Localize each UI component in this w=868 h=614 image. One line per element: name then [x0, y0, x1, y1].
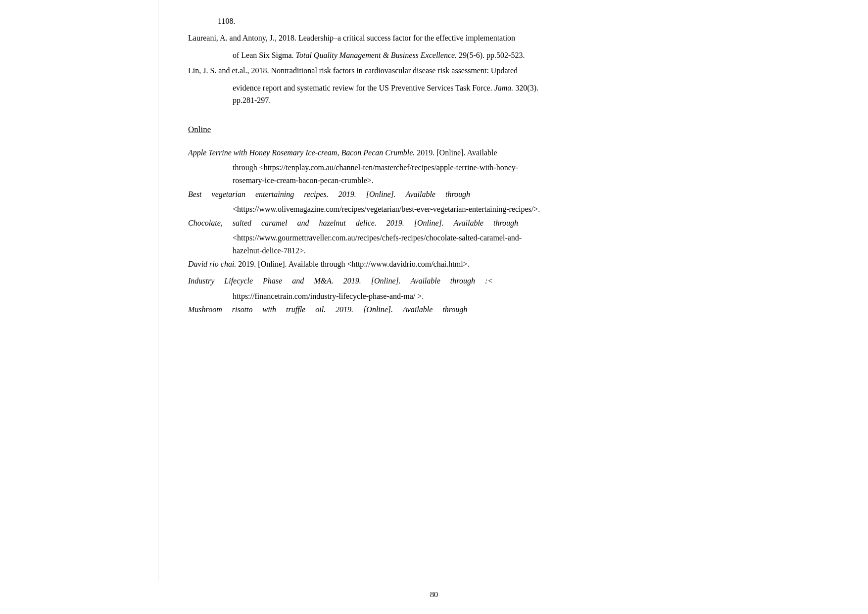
- continuation-number: 1108.: [188, 15, 821, 28]
- best-vegetarian-url: <https://www.olivemagazine.com/recipes/v…: [188, 203, 821, 216]
- page-layout: 1108. Laureani, A. and Antony, J., 2018.…: [0, 0, 868, 580]
- apple-terrine-url1: through <https://tenplay.com.au/channel-…: [188, 161, 821, 174]
- content-area: 1108. Laureani, A. and Antony, J., 2018.…: [158, 0, 851, 580]
- lin-main: Lin, J. S. and et.al., 2018. Nontraditio…: [188, 66, 518, 75]
- online-section-container: Online: [188, 125, 821, 135]
- laureani-indent: of Lean Six Sigma. Total Quality Managem…: [188, 49, 821, 62]
- chocolate-url1: <https://www.gourmettraveller.com.au/rec…: [188, 232, 821, 244]
- reference-laureani: Laureani, A. and Antony, J., 2018. Leade…: [188, 32, 821, 45]
- page-footer: 80: [0, 580, 868, 614]
- reference-lin: Lin, J. S. and et.al., 2018. Nontraditio…: [188, 64, 821, 77]
- industry-url: https://financetrain.com/industry-lifecy…: [188, 290, 821, 303]
- chocolate-url2: hazelnut-delice-7812>.: [188, 244, 821, 257]
- left-margin: [0, 0, 158, 580]
- entry-mushroom-risotto: Mushroom risotto with truffle oil. 2019.…: [188, 303, 821, 316]
- page-number: 80: [430, 590, 438, 599]
- laureani-main: Laureani, A. and Antony, J., 2018. Leade…: [188, 34, 515, 42]
- apple-terrine-url2: rosemary-ice-cream-bacon-pecan-crumble>.: [188, 174, 821, 187]
- entry-industry-lifecycle: Industry Lifecycle Phase and M&A. 2019. …: [188, 275, 821, 287]
- lin-indent1: evidence report and systematic review fo…: [188, 82, 821, 94]
- entry-chocolate-salted: Chocolate, salted caramel and hazelnut d…: [188, 217, 821, 230]
- entry-david-rio: David rio chai. 2019. [Online]. Availabl…: [188, 258, 821, 271]
- online-heading: Online: [188, 125, 211, 134]
- entry-apple-terrine: Apple Terrine with Honey Rosemary Ice-cr…: [188, 146, 821, 159]
- lin-indent2: pp.281-297.: [188, 94, 821, 107]
- page-container: 1108. Laureani, A. and Antony, J., 2018.…: [0, 0, 868, 614]
- entry-best-vegetarian: Best vegetarian entertaining recipes. 20…: [188, 188, 821, 201]
